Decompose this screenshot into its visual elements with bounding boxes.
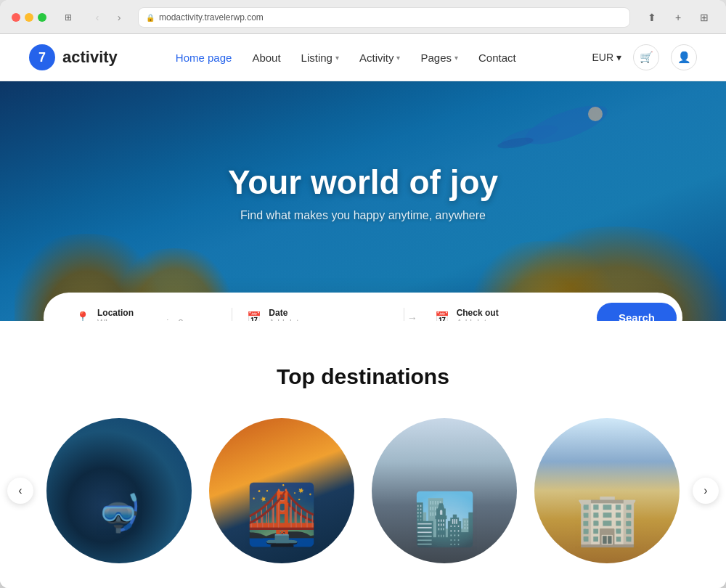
date-content: Date Add date — [269, 308, 303, 322]
tab-overview-icon[interactable]: ⊞ — [694, 7, 714, 28]
swimmer-illustration — [472, 96, 617, 168]
nav-link-about[interactable]: About — [252, 52, 280, 64]
destination-image-2 — [209, 418, 354, 563]
destination-card-2[interactable] — [209, 418, 354, 563]
address-bar[interactable]: 🔒 modactivity.travelerwp.com — [138, 7, 630, 28]
date-label: Date — [269, 308, 303, 318]
svg-point-0 — [521, 98, 611, 152]
new-tab-icon[interactable]: + — [668, 7, 688, 28]
grid-icon[interactable]: ⊞ — [58, 10, 78, 25]
checkout-content: Check out Add date — [457, 308, 499, 322]
currency-selector[interactable]: EUR ▾ — [592, 52, 621, 63]
logo-icon: 7 — [29, 44, 55, 70]
destination-card-4[interactable] — [534, 418, 680, 563]
svg-point-1 — [588, 107, 603, 121]
location-icon: 📍 — [76, 311, 90, 321]
nav-links: Home page About Listing ▾ Activity ▾ Pag… — [176, 52, 592, 64]
hero-subtitle: Find what makes you happy anytime, anywh… — [228, 209, 498, 222]
chevron-down-icon: ▾ — [616, 52, 621, 63]
hero-content: Your world of joy Find what makes you ha… — [228, 163, 498, 222]
destinations-wrapper: ‹ › — [0, 418, 726, 563]
search-bar-wrapper: 📍 Location Where are you going? 📅 Date A… — [44, 293, 682, 321]
calendar-icon: 📅 — [247, 311, 261, 321]
location-placeholder: Where are you going? — [97, 318, 183, 322]
carousel-prev-button[interactable]: ‹ — [7, 478, 33, 504]
nav-arrows: ‹ › — [87, 7, 129, 28]
maximize-button[interactable] — [38, 13, 46, 22]
destination-image-1 — [46, 418, 192, 563]
website-content: 7 activity Home page About Listing ▾ Act… — [0, 34, 726, 588]
location-content: Location Where are you going? — [97, 308, 183, 322]
logo[interactable]: 7 activity — [29, 44, 118, 70]
window-controls: ⊞ — [58, 10, 78, 25]
destination-card-1[interactable] — [46, 418, 192, 563]
nav-link-home[interactable]: Home page — [176, 52, 232, 64]
search-bar: 📍 Location Where are you going? 📅 Date A… — [44, 293, 682, 321]
carousel-next-button[interactable]: › — [693, 478, 719, 504]
cart-button[interactable]: 🛒 — [633, 44, 659, 70]
hero-title: Your world of joy — [228, 163, 498, 202]
destinations-title: Top destinations — [0, 364, 726, 389]
nav-link-listing[interactable]: Listing ▾ — [301, 52, 339, 64]
url-text: modactivity.travelerwp.com — [159, 12, 264, 23]
checkout-calendar-icon: 📅 — [435, 311, 449, 321]
browser-chrome: ⊞ ‹ › 🔒 modactivity.travelerwp.com ⬆ + ⊞ — [0, 0, 726, 34]
location-label: Location — [97, 308, 183, 318]
lock-icon: 🔒 — [146, 14, 155, 22]
checkout-label: Check out — [457, 308, 499, 318]
location-field[interactable]: 📍 Location Where are you going? — [61, 308, 232, 322]
traffic-lights — [12, 13, 46, 22]
chevron-down-icon: ▾ — [454, 54, 458, 62]
search-button[interactable]: Search — [597, 303, 677, 321]
destination-card-3[interactable] — [372, 418, 517, 563]
date-placeholder: Add date — [269, 318, 303, 322]
destinations-row — [15, 418, 711, 563]
logo-text: activity — [62, 48, 118, 67]
close-button[interactable] — [12, 13, 20, 22]
user-account-button[interactable]: 👤 — [671, 44, 697, 70]
chevron-down-icon: ▾ — [396, 54, 400, 62]
user-icon: 👤 — [677, 51, 691, 64]
destination-image-3 — [372, 418, 517, 563]
date-field[interactable]: 📅 Date Add date — [232, 308, 404, 322]
minimize-button[interactable] — [25, 13, 33, 22]
checkout-field[interactable]: 📅 Check out Add date — [420, 308, 591, 322]
nav-right: EUR ▾ 🛒 👤 — [592, 44, 697, 70]
browser-actions: ⬆ + ⊞ — [642, 7, 714, 28]
browser-window: ⊞ ‹ › 🔒 modactivity.travelerwp.com ⬆ + ⊞… — [0, 0, 726, 588]
hero-section: Your world of joy Find what makes you ha… — [0, 81, 726, 321]
destination-image-4 — [534, 418, 680, 563]
share-icon[interactable]: ⬆ — [642, 7, 662, 28]
cart-icon: 🛒 — [640, 51, 653, 64]
site-navigation: 7 activity Home page About Listing ▾ Act… — [0, 34, 726, 81]
nav-link-contact[interactable]: Contact — [478, 52, 516, 64]
nav-link-activity[interactable]: Activity ▾ — [359, 52, 401, 64]
bottom-section: Top destinations ‹ — [0, 321, 726, 588]
chevron-down-icon: ▾ — [335, 54, 339, 62]
arrow-icon: → — [407, 312, 417, 322]
nav-link-pages[interactable]: Pages ▾ — [420, 52, 458, 64]
forward-button[interactable]: › — [109, 7, 129, 28]
checkout-placeholder: Add date — [457, 318, 499, 322]
back-button[interactable]: ‹ — [87, 7, 107, 28]
